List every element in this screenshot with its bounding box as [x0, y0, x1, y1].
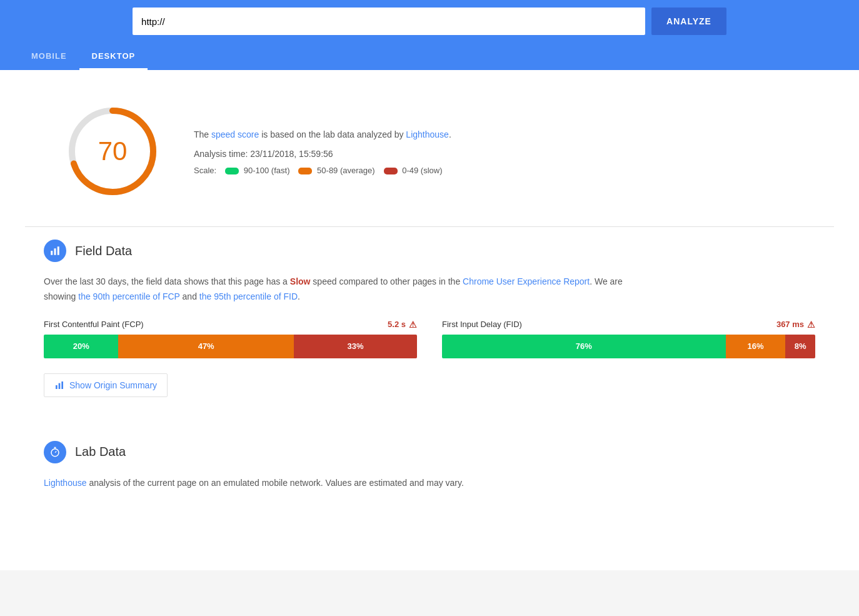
lab-data-description: Lighthouse analysis of the current page …	[44, 476, 815, 491]
field-data-icon	[44, 240, 66, 262]
scale-fast: 90-100 (fast)	[225, 166, 289, 175]
lab-data-header: Lab Data	[44, 435, 815, 463]
lab-data-section: Lab Data Lighthouse analysis of the curr…	[25, 435, 834, 491]
tabs-bar: MOBILE DESKTOP	[0, 43, 859, 70]
fid-bar-slow: 8%	[785, 335, 815, 358]
scale-average: 50-89 (average)	[298, 166, 374, 175]
svg-rect-3	[54, 248, 56, 255]
svg-rect-2	[51, 251, 53, 255]
fcp-bar-slow: 33%	[294, 335, 417, 358]
metrics-row: First Contentful Paint (FCP) 5.2 s ⚠ 20%…	[44, 320, 815, 361]
score-section: 70 The speed score is based on the lab d…	[25, 89, 834, 220]
stopwatch-icon	[49, 447, 61, 458]
fcp-metric: First Contentful Paint (FCP) 5.2 s ⚠ 20%…	[44, 320, 417, 361]
chrome-report-link[interactable]: Chrome User Experience Report	[463, 276, 590, 286]
speed-score-link[interactable]: speed score	[211, 129, 259, 139]
fast-dot	[225, 168, 239, 174]
tab-mobile[interactable]: MOBILE	[19, 43, 79, 70]
average-dot	[298, 168, 312, 174]
fcp-bar-fast: 20%	[44, 335, 118, 358]
bar-chart-icon	[49, 245, 61, 256]
scale-slow: 0-49 (slow)	[384, 166, 443, 175]
svg-line-11	[55, 451, 56, 452]
fcp-bar-avg: 47%	[118, 335, 294, 358]
origin-summary-icon	[54, 380, 64, 390]
show-origin-summary-button[interactable]: Show Origin Summary	[44, 373, 168, 397]
lab-lighthouse-link[interactable]: Lighthouse	[44, 478, 87, 488]
fid-metric: First Input Delay (FID) 367 ms ⚠ 76% 16%…	[442, 320, 815, 361]
section-divider	[25, 226, 834, 227]
lab-data-title: Lab Data	[75, 445, 126, 459]
url-input[interactable]	[133, 8, 645, 35]
fcp-bar: 20% 47% 33%	[44, 335, 417, 358]
analysis-time: Analysis time: 23/11/2018, 15:59:56	[194, 147, 796, 161]
fcp-label-row: First Contentful Paint (FCP) 5.2 s ⚠	[44, 320, 417, 330]
field-data-title: Field Data	[75, 244, 132, 258]
fid-value: 367 ms ⚠	[776, 320, 815, 330]
fid-bar: 76% 16% 8%	[442, 335, 815, 358]
field-data-header: Field Data	[44, 233, 815, 262]
header: ANALYZE	[0, 0, 859, 43]
svg-rect-5	[56, 385, 58, 389]
speed-gauge: 70	[63, 101, 163, 201]
field-data-section: Field Data Over the last 30 days, the fi…	[25, 233, 834, 416]
field-data-description: Over the last 30 days, the field data sh…	[44, 275, 644, 305]
tab-desktop[interactable]: DESKTOP	[79, 43, 148, 70]
fcp-percentile-link[interactable]: the 90th percentile of FCP	[78, 291, 179, 301]
slow-dot	[384, 168, 398, 174]
fid-bar-fast: 76%	[442, 335, 726, 358]
score-info: The speed score is based on the lab data…	[194, 128, 796, 175]
fid-warning-icon: ⚠	[807, 320, 815, 330]
fid-label-row: First Input Delay (FID) 367 ms ⚠	[442, 320, 815, 330]
slow-badge: Slow	[290, 276, 311, 286]
scale-legend: Scale: 90-100 (fast) 50-89 (average) 0-4…	[194, 166, 796, 175]
lighthouse-link[interactable]: Lighthouse	[406, 129, 449, 139]
analyze-button[interactable]: ANALYZE	[651, 8, 726, 35]
fcp-label: First Contentful Paint (FCP)	[44, 320, 144, 329]
main-content: 70 The speed score is based on the lab d…	[0, 70, 859, 570]
show-origin-label: Show Origin Summary	[69, 380, 157, 390]
scale-label: Scale:	[194, 166, 216, 175]
score-description: The speed score is based on the lab data…	[194, 128, 796, 141]
svg-rect-4	[58, 246, 59, 255]
fid-percentile-link[interactable]: the 95th percentile of FID	[199, 291, 298, 301]
svg-rect-6	[59, 383, 61, 388]
fcp-value: 5.2 s ⚠	[388, 320, 417, 330]
fid-bar-avg: 16%	[726, 335, 786, 358]
fid-label: First Input Delay (FID)	[442, 320, 522, 329]
lab-data-icon	[44, 441, 66, 463]
fcp-warning-icon: ⚠	[409, 320, 417, 330]
gauge-score: 70	[98, 136, 128, 166]
svg-rect-7	[61, 381, 63, 389]
